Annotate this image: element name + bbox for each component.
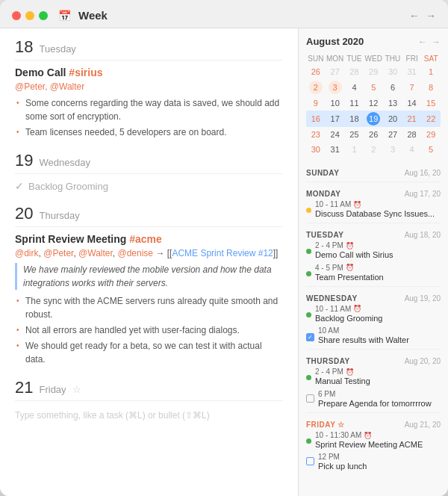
day-18-number: 18 (15, 37, 33, 57)
cal-cell[interactable]: 29 (364, 64, 383, 79)
cal-row-1: 26 27 28 29 30 31 1 (306, 64, 441, 79)
cal-cell[interactable]: 12 (364, 96, 383, 111)
cal-cell[interactable]: 14 (402, 96, 421, 111)
cal-cell-today[interactable]: 19 (364, 111, 383, 127)
cal-cell[interactable]: 11 (345, 96, 364, 111)
agenda-friday-label: FRIDAY ☆ (306, 421, 345, 429)
cal-cell[interactable]: 23 (306, 127, 326, 142)
monday-event-1: 10 - 11 AM ⏰ Discuss Database Sync Issue… (299, 199, 448, 220)
agenda-divider (306, 223, 441, 223)
wednesday-event-1-time: 10 - 11 AM ⏰ (315, 305, 441, 313)
cal-weekdays-row: SUN MON TUE WED THU FRI SAT (306, 53, 441, 64)
cal-cell[interactable]: 1 (345, 142, 364, 157)
cal-cell[interactable]: 6 (383, 79, 402, 96)
monday-event-1-title: Discuss Database Sync Issues... (315, 208, 441, 219)
cal-cell[interactable]: 20 (383, 111, 402, 127)
cal-cell[interactable]: 29 (421, 127, 441, 142)
mini-calendar: August 2020 ← → SUN MON TUE WED THU (299, 28, 448, 164)
wednesday-event-2-time: 10 AM (318, 326, 441, 335)
bullet-item: Not all errors are handled yet with user… (15, 323, 283, 337)
day-21-section: 21 Friday ☆ Type something, like a task … (15, 378, 283, 424)
friday-event-1-time: 10 - 11:30 AM ⏰ (315, 431, 441, 439)
cal-cell[interactable]: 28 (345, 64, 364, 79)
star-icon[interactable]: ☆ (72, 384, 81, 395)
cal-cell[interactable]: 4 (402, 142, 421, 157)
next-week-button[interactable]: → (426, 10, 436, 22)
cal-cell[interactable]: 3 (326, 79, 345, 96)
cal-thu-header: THU (383, 53, 402, 64)
week-navigation: ← → (409, 10, 436, 22)
acme-sprint-link[interactable]: ACME Sprint Review #12 (172, 248, 273, 258)
agenda-tuesday-label: TUESDAY (306, 231, 343, 239)
cal-cell[interactable]: 15 (421, 96, 441, 111)
cal-cell[interactable]: 18 (345, 111, 364, 127)
day-20-name: Thursday (39, 210, 79, 221)
cal-row-2: 2 3 4 5 6 7 8 (306, 79, 441, 96)
agenda: SUNDAY Aug 16, 20 MONDAY Aug 17, 20 10 -… (299, 164, 448, 482)
day-19-number: 19 (15, 151, 33, 170)
wednesday-event-2: ✓ 10 AM Share results with Walter (299, 326, 448, 346)
left-panel: 18 Tuesday Demo Call #sirius @Peter, @Wa… (0, 28, 299, 496)
friday-event-1-title: Sprint Review Meeting ACME (315, 439, 441, 450)
cal-cell[interactable]: 26 (364, 127, 383, 142)
cal-cell[interactable]: 7 (402, 79, 421, 96)
cal-cell[interactable]: 10 (326, 96, 345, 111)
friday-event-1: 10 - 11:30 AM ⏰ Sprint Review Meeting AC… (299, 430, 448, 450)
cal-cell[interactable]: 24 (326, 127, 345, 142)
close-button[interactable] (12, 11, 21, 20)
sprint-bullets: The sync with the ACME servers runs alre… (15, 294, 283, 366)
day-20-number: 20 (15, 204, 33, 223)
cal-cell[interactable]: 27 (383, 127, 402, 142)
friday-placeholder[interactable]: Type something, like a task (⌘L) or bull… (15, 407, 283, 424)
tuesday-event-2-time: 4 - 5 PM ⏰ (315, 264, 441, 272)
cal-cell[interactable]: 5 (421, 142, 441, 157)
cal-cell[interactable]: 5 (364, 79, 383, 96)
sprint-review-title: Sprint Review Meeting #acme (15, 233, 283, 245)
cal-wed-header: WED (364, 53, 383, 64)
checkbox-icon[interactable] (306, 457, 314, 465)
cal-cell[interactable]: 9 (306, 96, 326, 111)
prev-week-button[interactable]: ← (409, 10, 420, 22)
cal-mon-header: MON (326, 53, 345, 64)
bullet-item: The sync with the ACME servers runs alre… (15, 294, 283, 321)
friday-event-2-title: Pick up lunch (318, 461, 441, 471)
cal-cell[interactable]: 27 (326, 64, 345, 79)
demo-call-tag: #sirius (69, 66, 102, 78)
cal-cell[interactable]: 28 (402, 127, 421, 142)
cal-cell[interactable]: 3 (383, 142, 402, 157)
minimize-button[interactable] (25, 11, 34, 20)
agenda-wednesday-date: Aug 19, 20 (405, 294, 441, 303)
cal-cell[interactable]: 30 (383, 64, 402, 79)
cal-cell[interactable]: 8 (421, 79, 441, 96)
thursday-event-2-time: 6 PM (318, 390, 441, 398)
dot-icon (306, 208, 311, 213)
mini-cal-prev[interactable]: ← (418, 37, 427, 47)
cal-cell[interactable]: 2 (364, 142, 383, 157)
cal-cell[interactable]: 26 (306, 64, 326, 79)
cal-cell[interactable]: 21 (402, 111, 421, 127)
sprint-review-event: Sprint Review Meeting #acme @dirk, @Pete… (15, 233, 283, 366)
cal-cell[interactable]: 31 (326, 142, 345, 157)
app-window: 📅 Week ← → 18 Tuesday Demo Call #sirius … (0, 0, 448, 496)
agenda-monday-label: MONDAY (306, 190, 341, 198)
cal-cell[interactable]: 17 (326, 111, 345, 127)
cal-cell[interactable]: 31 (402, 64, 421, 79)
cal-cell[interactable]: 25 (345, 127, 364, 142)
cal-fri-header: FRI (402, 53, 421, 64)
cal-cell[interactable]: 1 (421, 64, 441, 79)
mini-cal-next[interactable]: → (432, 37, 441, 47)
day-18-header: 18 Tuesday (15, 37, 283, 61)
demo-call-attendees: @Peter, @Walter (15, 81, 283, 92)
dot-icon (306, 375, 311, 380)
cal-cell[interactable]: 2 (306, 79, 326, 96)
cal-cell[interactable]: 30 (306, 142, 326, 157)
tuesday-event-1-title: Demo Call with Sirius (315, 249, 441, 260)
maximize-button[interactable] (39, 11, 48, 20)
day-21-number: 21 (15, 378, 33, 397)
cal-cell[interactable]: 13 (383, 96, 402, 111)
cal-cell[interactable]: 16 (306, 111, 326, 127)
checkbox-icon[interactable]: ✓ (306, 333, 314, 341)
checkbox-icon[interactable] (306, 394, 314, 403)
cal-cell[interactable]: 4 (345, 79, 364, 96)
cal-cell[interactable]: 22 (421, 111, 441, 127)
